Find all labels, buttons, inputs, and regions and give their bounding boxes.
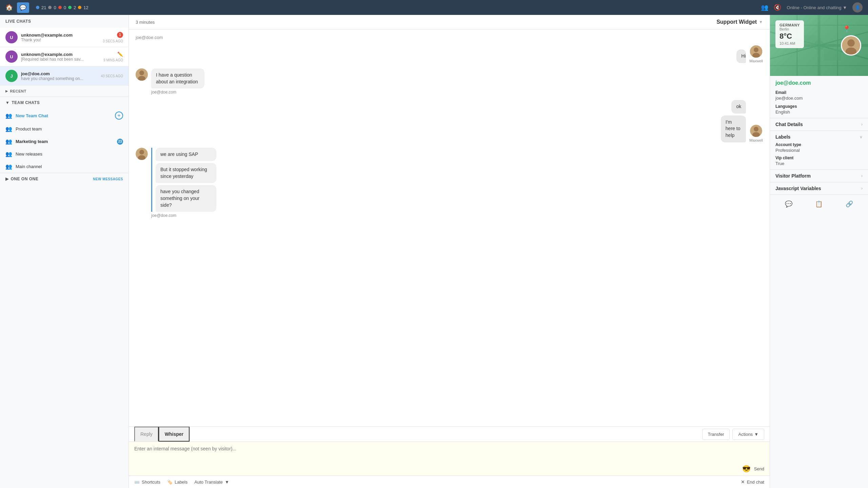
widget-name[interactable]: Support Widget ▼ xyxy=(716,19,763,25)
team-list-item-product[interactable]: 👥 Product team xyxy=(0,123,129,135)
map-area: GERMANY Berlin 8°C 10:41 AM 📍 xyxy=(770,15,868,76)
team-chats-label: TEAM CHATS xyxy=(12,100,40,105)
chat-list-item[interactable]: U unknown@example.com Thank you! 1 3 SEC… xyxy=(0,28,129,47)
chat-icon[interactable]: 💬 xyxy=(17,2,29,13)
end-chat-button[interactable]: ✕ End chat xyxy=(741,479,764,485)
new-messages-button[interactable]: NEW MESSAGES xyxy=(93,177,123,181)
chat-item-info: unknown@example.com Thank you! xyxy=(21,33,99,42)
chat-details-header[interactable]: Chat Details › xyxy=(775,122,863,127)
add-team-button[interactable]: + xyxy=(115,111,123,120)
message-bubble: But it stopped working since yesterday xyxy=(156,163,216,183)
one-on-one-header[interactable]: ▶ ONE ON ONE NEW MESSAGES xyxy=(0,173,129,185)
input-footer: 😎 Send xyxy=(129,463,770,475)
chat-icon-btn[interactable]: 💬 xyxy=(783,198,794,210)
reply-tab[interactable]: Reply xyxy=(134,427,159,442)
team-name: Marketing team xyxy=(16,139,114,144)
avatar xyxy=(750,45,762,58)
labels-header[interactable]: Labels ∨ xyxy=(775,134,863,140)
main-layout: LIVE CHATS U unknown@example.com Thank y… xyxy=(0,15,868,488)
chat-item-info: joe@doe.com have you changed something o… xyxy=(21,71,97,81)
visitor-details: Email joe@doe.com Languages English xyxy=(770,90,868,118)
status-chevron: ▼ xyxy=(843,5,847,10)
chat-item-name: unknown@example.com xyxy=(21,52,100,57)
visitor-stacked-row: we are using SAP But it stopped working … xyxy=(136,148,763,218)
recent-label: RECENT xyxy=(10,89,26,93)
chat-area: 3 minutes Support Widget ▼ joe@doe.com H… xyxy=(129,15,770,488)
chat-list-item[interactable]: U unknown@example.com [Required label ha… xyxy=(0,47,129,66)
edit-icon: ✏️ xyxy=(117,52,123,57)
link-icon-btn[interactable]: 🔗 xyxy=(844,198,855,210)
users-icon[interactable]: 👥 xyxy=(761,4,768,11)
gray-count: 0 xyxy=(54,5,56,10)
message-bubble: Hi xyxy=(736,49,746,63)
chat-item-preview: [Required label has not been sav... xyxy=(21,57,100,62)
chat-item-meta: 1 3 SECS AGO xyxy=(103,32,123,43)
avatar xyxy=(136,68,148,81)
recent-header[interactable]: ▶ RECENT xyxy=(0,86,129,97)
shortcuts-icon: ⌨️ xyxy=(134,480,140,485)
team-list-item-new-chat[interactable]: 👥 New Team Chat + xyxy=(0,108,129,123)
one-on-one-arrow: ▶ xyxy=(5,177,9,181)
whisper-tab[interactable]: Whisper xyxy=(159,427,190,442)
auto-translate-label: Auto Translate xyxy=(194,480,223,485)
agent-name-label: Maxwell xyxy=(749,138,763,142)
team-list-item-new-releases[interactable]: 👥 New releases xyxy=(0,148,129,160)
team-icon: 👥 xyxy=(5,151,12,157)
chat-item-name: joe@doe.com xyxy=(21,71,97,76)
home-icon[interactable]: 🏠 xyxy=(5,4,13,11)
team-chats-header[interactable]: ▼ TEAM CHATS xyxy=(0,97,129,108)
javascript-variables-header[interactable]: Javascript Variables › xyxy=(775,186,863,191)
agent-name-label: Maxwell xyxy=(749,59,763,63)
team-icon: 👥 xyxy=(5,126,12,132)
agent-bubbles: ok I'm here to help xyxy=(704,100,746,142)
chat-details-chevron: › xyxy=(861,122,863,127)
green-count: 2 xyxy=(74,5,76,10)
email-label: Email xyxy=(775,90,863,95)
recent-arrow: ▶ xyxy=(5,89,8,93)
shortcuts-button[interactable]: ⌨️ Shortcuts xyxy=(134,480,160,485)
one-on-one-label: ONE ON ONE xyxy=(11,177,39,181)
sender-label: joe@doe.com xyxy=(151,90,763,95)
svg-point-4 xyxy=(139,70,144,75)
team-list-item-marketing[interactable]: 👥 Marketing team 23 xyxy=(0,135,129,148)
auto-translate-button[interactable]: Auto Translate ▼ xyxy=(194,480,229,485)
actions-button[interactable]: Actions ▼ xyxy=(732,429,764,440)
account-type-label: Account type xyxy=(775,142,863,147)
team-list-item-main-channel[interactable]: 👥 Main channel xyxy=(0,160,129,173)
vip-client-value: True xyxy=(775,161,863,166)
chat-item-name: unknown@example.com xyxy=(21,33,99,38)
red-count: 0 xyxy=(64,5,66,10)
user-avatar[interactable]: 👤 xyxy=(852,2,863,13)
team-icon: 👥 xyxy=(5,163,12,170)
online-status[interactable]: Online - Online and chatting ▼ xyxy=(787,5,847,10)
svg-point-26 xyxy=(846,47,856,55)
emoji-button[interactable]: 😎 xyxy=(742,465,751,473)
visitor-platform-header[interactable]: Visitor Platform › xyxy=(775,173,863,179)
languages-label: Languages xyxy=(775,104,863,109)
document-icon-btn[interactable]: 📋 xyxy=(813,198,825,210)
message-bubble: ok xyxy=(731,100,746,114)
chat-item-meta: ✏️ 9 MINS AGO xyxy=(103,52,123,62)
email-value: joe@doe.com xyxy=(775,96,863,101)
map-temperature: 8°C xyxy=(780,32,800,41)
account-type-row: Account type Professional xyxy=(775,142,863,153)
chat-list-item-active[interactable]: J joe@doe.com have you changed something… xyxy=(0,66,129,86)
javascript-variables-chevron: › xyxy=(861,186,863,191)
visitor-stacked-group: we are using SAP But it stopped working … xyxy=(136,148,763,212)
visitor-location-avatar xyxy=(841,35,861,56)
send-button[interactable]: Send xyxy=(754,466,764,471)
chat-item-time: 3 SECS AGO xyxy=(103,39,123,43)
transfer-button[interactable]: Transfer xyxy=(702,429,730,440)
mute-icon[interactable]: 🔇 xyxy=(774,4,781,11)
online-suffix: - Online and chatting xyxy=(801,5,842,10)
whisper-input[interactable] xyxy=(134,446,764,458)
avatar: U xyxy=(5,50,18,63)
languages-value: English xyxy=(775,109,863,115)
actions-chevron: ▼ xyxy=(754,432,758,437)
labels-button[interactable]: 🏷️ Labels xyxy=(167,480,188,485)
chat-details-title: Chat Details xyxy=(775,122,803,127)
widget-name-text: Support Widget xyxy=(716,19,757,25)
team-name: Product team xyxy=(16,126,123,131)
team-name: New releases xyxy=(16,151,123,157)
bottom-toolbar: ⌨️ Shortcuts 🏷️ Labels Auto Translate ▼ … xyxy=(129,475,770,488)
